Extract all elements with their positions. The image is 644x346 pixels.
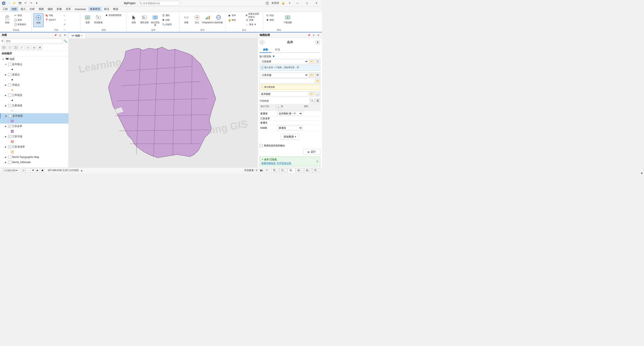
layer-checkbox[interactable] xyxy=(8,125,11,128)
ribbon-btn-attr-select[interactable]: 属性选择 xyxy=(139,13,150,27)
menu-label[interactable]: 标注 xyxy=(102,7,111,11)
geo-input-select-2[interactable]: 江苏市届 xyxy=(260,72,308,78)
ribbon-btn-goto[interactable]: 📍 转到XY xyxy=(44,18,61,22)
ribbon-btn-pause[interactable]: ▶ 智停 xyxy=(227,13,244,18)
layer-checkbox[interactable] xyxy=(8,135,11,138)
layer-tool-1[interactable] xyxy=(1,45,6,50)
layer-item-jiangsu-province[interactable]: ▶ 江苏省省界 xyxy=(0,144,68,149)
geo-success-close[interactable]: ✕ xyxy=(316,160,318,163)
ribbon-btn-browse[interactable]: 浏览 xyxy=(33,13,44,27)
status-tab-1[interactable]: 导... xyxy=(271,168,279,172)
status-fit-btn[interactable]: ↔ xyxy=(26,168,30,172)
geo-field-source-select-4[interactable]: 家属省 xyxy=(277,125,303,130)
layer-item-dot-county[interactable] xyxy=(0,67,68,72)
close-button[interactable]: ✕ xyxy=(312,1,320,6)
content-search-input[interactable] xyxy=(4,39,63,43)
minimize-button[interactable]: — xyxy=(294,1,302,6)
ribbon-btn-add-graphic[interactable]: ■ 添加图形图层 xyxy=(104,13,125,17)
map-tab-close[interactable]: ✕ xyxy=(81,35,83,37)
geoprocessing-close[interactable]: ✕ xyxy=(316,33,320,37)
help-button[interactable]: ? xyxy=(287,1,292,6)
layer-checkbox[interactable] xyxy=(8,83,11,86)
geo-tab-params[interactable]: 参数 xyxy=(260,47,272,53)
content-panel-close[interactable]: ✕ xyxy=(63,33,67,37)
layer-item-map[interactable]: ▼ 🗺 地图 xyxy=(0,57,68,62)
ribbon-btn-copy-path[interactable]: 📋 复制路径 xyxy=(13,22,30,27)
layer-item-road[interactable]: ▶ 主要道路 xyxy=(0,103,68,108)
content-panel-float[interactable]: ◻ xyxy=(58,33,62,37)
ribbon-btn-view-unplaced[interactable]: 👁 查看未放置的标注 xyxy=(244,13,262,18)
ribbon-btn-convert-label[interactable]: A 转换 xyxy=(244,18,262,22)
status-tab-4[interactable]: 标... xyxy=(296,168,304,172)
layer-checkbox[interactable] xyxy=(8,155,11,158)
status-pause-btn[interactable]: ▮▮ xyxy=(259,168,264,172)
status-tab-3[interactable]: 地... xyxy=(288,168,296,172)
geo-field-source-select-1[interactable]: 合并规则 第一个 xyxy=(277,111,303,116)
layer-item-jiangsu-county[interactable]: ▶ 江苏县界 xyxy=(0,124,68,129)
ribbon-btn-sync[interactable]: ↻ 同步 xyxy=(265,13,282,18)
status-tab-5[interactable]: 创... xyxy=(304,168,312,172)
layer-checkbox[interactable] xyxy=(8,73,11,76)
ribbon-btn-clear[interactable]: ✖ 清除 xyxy=(161,18,178,22)
qat-redo[interactable]: ↷ xyxy=(29,1,34,6)
layer-checkbox[interactable] xyxy=(8,94,11,97)
ribbon-btn-download-map[interactable]: 下载地图 xyxy=(282,13,293,27)
qat-more[interactable]: ▼ xyxy=(34,1,39,6)
geo-detail-link[interactable]: 查看详细信息 xyxy=(262,162,276,165)
geo-output-input[interactable] xyxy=(260,91,308,96)
ribbon-btn-fixed[interactable]: ↺ xyxy=(62,22,79,27)
geo-input-refresh-2[interactable]: ↻ xyxy=(315,72,320,78)
geo-history-link[interactable]: 打开历史记录 xyxy=(277,162,291,165)
geo-input-dropdown[interactable]: ▼ xyxy=(272,55,275,58)
geo-field-add[interactable]: + xyxy=(310,98,315,103)
ribbon-btn-bookmark[interactable]: 🔖 书签 xyxy=(44,13,61,18)
layer-item-world-hillshade[interactable]: ▶ World_Hillshade xyxy=(0,160,68,165)
scale-selector[interactable]: 1:3,300,928 ▼ xyxy=(2,168,20,172)
geo-add-source-checkbox[interactable] xyxy=(260,144,262,147)
ribbon-btn-attribute[interactable]: ☰ 属性 xyxy=(161,13,178,18)
ribbon-btn-copy[interactable]: 📋 复制 xyxy=(13,18,30,22)
layer-item-jiangsu-city[interactable]: ▶ 江苏市届 xyxy=(0,134,68,139)
command-search-input[interactable] xyxy=(143,2,178,5)
geo-back-button[interactable]: ← xyxy=(260,40,265,45)
map-canvas[interactable]: Learning GIS Learning GIS xyxy=(69,39,258,167)
status-refresh-btn[interactable]: ↻ xyxy=(265,168,270,172)
status-tab-6[interactable]: 字... xyxy=(312,168,320,172)
ribbon-btn-select[interactable]: 选择 xyxy=(128,13,139,27)
restore-button[interactable]: ◻ xyxy=(303,1,311,6)
ribbon-btn-zoom-to[interactable]: 🔍 缩放至 xyxy=(161,22,178,27)
map-view[interactable]: Learning GIS Learning GIS xyxy=(69,39,258,167)
layer-tool-4[interactable]: / xyxy=(19,45,24,50)
qat-undo[interactable]: ↶ xyxy=(23,1,28,6)
add-source-button[interactable]: 添加新源 ▼ xyxy=(281,134,299,140)
geo-run-button[interactable]: ▶ 运行 xyxy=(303,149,320,155)
status-center-btn[interactable]: ✚ xyxy=(31,168,35,172)
notification-bell[interactable]: 🔔 xyxy=(281,1,286,6)
menu-share[interactable]: 共享 xyxy=(64,7,72,11)
geo-output-more[interactable]: … xyxy=(315,91,320,96)
geo-input-folder-3[interactable]: 📁 xyxy=(315,78,320,84)
command-search[interactable]: 🔍 xyxy=(137,1,180,6)
layer-item-county-city-point[interactable]: ▼ 县市级点 xyxy=(0,62,68,67)
layer-item-county-face[interactable]: ▶ 县市级面 xyxy=(0,113,68,118)
menu-edit[interactable]: 编辑 xyxy=(46,7,54,11)
content-panel-pin[interactable]: 📌 xyxy=(54,33,57,37)
ribbon-btn-infographics[interactable]: Infographics xyxy=(203,13,213,27)
status-grid-btn[interactable]: ◫ xyxy=(21,168,26,172)
geo-field-settings[interactable]: ☰ xyxy=(315,98,320,103)
menu-analysis[interactable]: 分析 xyxy=(28,7,36,11)
geo-input-folder-1[interactable]: 📁 xyxy=(309,59,314,64)
geo-input-refresh-1[interactable]: ↻ xyxy=(315,59,320,64)
layer-item-hospital[interactable]: ▶ 三甲医院 xyxy=(0,93,68,98)
ribbon-btn-add-data[interactable]: 添加数据 xyxy=(93,13,104,27)
menu-project[interactable]: 工程 xyxy=(1,7,10,11)
geo-input-select-1[interactable]: 江苏县界 xyxy=(260,59,308,64)
status-play-btn[interactable]: ▶ xyxy=(36,168,40,172)
geo-input-folder-2[interactable]: 📁 xyxy=(309,72,314,78)
geo-field-add-inline[interactable]: + xyxy=(276,105,281,110)
ribbon-btn-prev[interactable]: ← xyxy=(62,13,79,18)
layer-tool-2[interactable] xyxy=(7,45,12,50)
menu-insert[interactable]: 插入 xyxy=(19,7,28,11)
ribbon-btn-next[interactable]: → xyxy=(62,18,79,22)
status-stop-btn[interactable]: ◼ xyxy=(40,168,44,172)
